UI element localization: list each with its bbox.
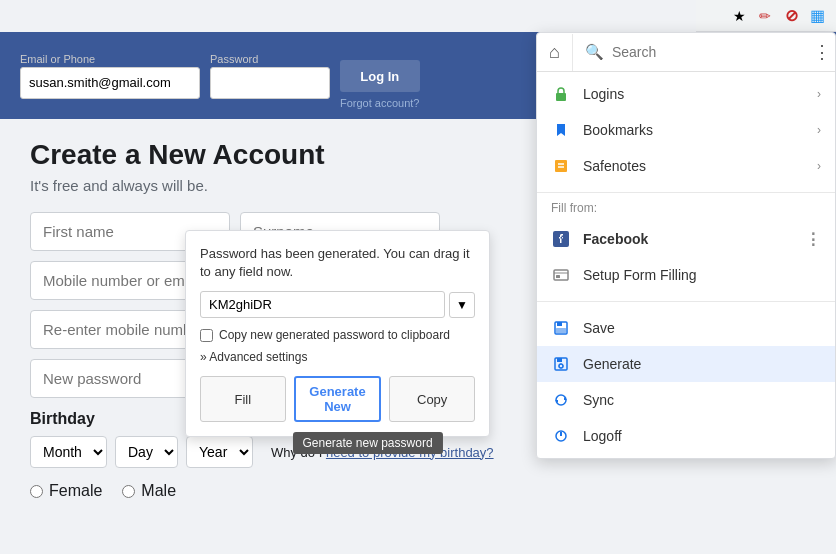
save-item[interactable]: Save: [537, 310, 835, 346]
gender-row: Female Male: [30, 482, 806, 500]
advanced-settings-link[interactable]: » Advanced settings: [200, 350, 475, 364]
svg-rect-0: [556, 93, 566, 101]
opera-icon[interactable]: ⊘: [780, 5, 802, 27]
ext-dropdown: ⌂ 🔍 ⋮ Logins › Bookmarks ›: [536, 32, 836, 459]
facebook-label: Facebook: [583, 231, 648, 247]
facebook-dots[interactable]: ⋮: [805, 230, 821, 249]
facebook-icon: [551, 229, 571, 249]
pencil-icon[interactable]: ✏: [754, 5, 776, 27]
search-input[interactable]: [612, 44, 797, 60]
svg-rect-10: [556, 328, 566, 333]
bookmark-icon: [551, 120, 571, 140]
forgot-account-link[interactable]: Forgot account?: [340, 97, 420, 109]
male-label: Male: [141, 482, 176, 500]
logoff-label: Logoff: [583, 428, 622, 444]
sync-item[interactable]: Sync: [537, 382, 835, 418]
year-select[interactable]: Year: [186, 436, 253, 468]
logoff-item[interactable]: Logoff: [537, 418, 835, 454]
safenotes-arrow: ›: [817, 159, 821, 173]
login-button[interactable]: Log In: [340, 60, 420, 92]
pw-field-row: ▼: [200, 291, 475, 318]
save-icon: [551, 318, 571, 338]
logins-arrow: ›: [817, 87, 821, 101]
svg-rect-1: [555, 160, 567, 172]
bookmarks-item[interactable]: Bookmarks ›: [537, 112, 835, 148]
ext-nav-section: Logins › Bookmarks › Safenotes ›: [537, 72, 835, 188]
star-icon[interactable]: ★: [728, 5, 750, 27]
generate-label: Generate: [583, 356, 641, 372]
male-radio[interactable]: [122, 485, 135, 498]
svg-point-13: [559, 364, 563, 368]
copy-button[interactable]: Copy: [389, 376, 475, 422]
logins-label: Logins: [583, 86, 624, 102]
chrome-toolbar: ★ ✏ ⊘ ▦: [696, 0, 836, 32]
safenotes-item[interactable]: Safenotes ›: [537, 148, 835, 184]
setup-form-label: Setup Form Filling: [583, 267, 697, 283]
bookmarks-label: Bookmarks: [583, 122, 653, 138]
logoff-icon: [551, 426, 571, 446]
fill-from-section: Facebook ⋮ Setup Form Filling: [537, 217, 835, 297]
svg-rect-12: [557, 358, 562, 362]
pw-message: Password has been generated. You can dra…: [200, 245, 475, 281]
note-icon: [551, 156, 571, 176]
ext-icon[interactable]: ▦: [806, 5, 828, 27]
male-option[interactable]: Male: [122, 482, 176, 500]
female-option[interactable]: Female: [30, 482, 102, 500]
svg-rect-9: [557, 322, 562, 326]
bookmarks-arrow: ›: [817, 123, 821, 137]
clipboard-label: Copy new generated password to clipboard: [219, 328, 450, 342]
pw-checkbox-row: Copy new generated password to clipboard: [200, 328, 475, 342]
logins-item[interactable]: Logins ›: [537, 76, 835, 112]
female-label: Female: [49, 482, 102, 500]
password-label: Password: [210, 53, 330, 65]
generate-tooltip: Generate new password: [292, 432, 442, 454]
ext-search-row: ⌂ 🔍 ⋮: [537, 33, 835, 72]
sync-icon: [551, 390, 571, 410]
email-label: Email or Phone: [20, 53, 200, 65]
search-icon: 🔍: [585, 43, 604, 61]
divider-1: [537, 192, 835, 193]
generate-item[interactable]: Generate: [537, 346, 835, 382]
sync-label: Sync: [583, 392, 614, 408]
safenotes-label: Safenotes: [583, 158, 646, 174]
ext-menu-dots-button[interactable]: ⋮: [809, 39, 835, 65]
divider-2: [537, 301, 835, 302]
ext-search-bar: 🔍: [573, 33, 809, 71]
lock-icon: [551, 84, 571, 104]
password-input[interactable]: [210, 67, 330, 99]
generate-icon: [551, 354, 571, 374]
ext-home-button[interactable]: ⌂: [537, 34, 573, 71]
clipboard-checkbox[interactable]: [200, 329, 213, 342]
generate-new-button[interactable]: Generate New: [294, 376, 382, 422]
pw-dropdown-button[interactable]: ▼: [449, 292, 475, 318]
actions-section: Save Generate Sy: [537, 306, 835, 458]
password-popup: Password has been generated. You can dra…: [185, 230, 490, 437]
password-field-group: Password: [210, 53, 330, 99]
month-select[interactable]: Month: [30, 436, 107, 468]
save-label: Save: [583, 320, 615, 336]
svg-rect-7: [556, 275, 560, 278]
email-field-group: Email or Phone: [20, 53, 200, 99]
fill-button[interactable]: Fill: [200, 376, 286, 422]
pw-actions: Fill Generate New Copy Generate new pass…: [200, 376, 475, 422]
facebook-fill-item[interactable]: Facebook ⋮: [537, 221, 835, 257]
generated-password-field[interactable]: [200, 291, 445, 318]
day-select[interactable]: Day: [115, 436, 178, 468]
setup-icon: [551, 265, 571, 285]
fill-from-label: Fill from:: [537, 197, 835, 217]
svg-rect-5: [554, 270, 568, 280]
setup-form-item[interactable]: Setup Form Filling: [537, 257, 835, 293]
female-radio[interactable]: [30, 485, 43, 498]
email-input[interactable]: [20, 67, 200, 99]
